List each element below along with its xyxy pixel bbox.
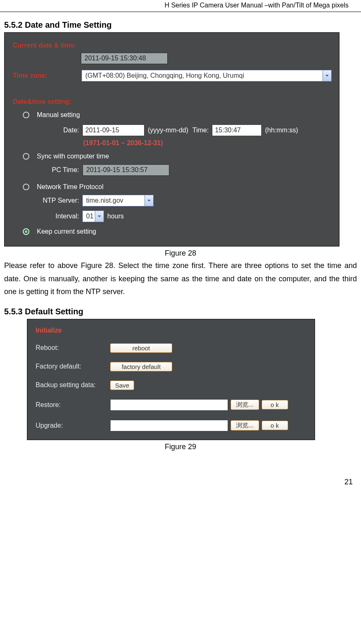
section-553-title: 5.5.3 Default Setting <box>4 307 357 316</box>
chevron-down-icon[interactable] <box>322 70 332 81</box>
manual-label: Manual setting <box>37 111 80 119</box>
date-format-hint: (yyyy-mm-dd) <box>148 127 188 134</box>
backup-label: Backup setting data: <box>36 381 106 389</box>
ntp-label: Network Time Protocol <box>37 183 103 191</box>
chevron-down-icon[interactable] <box>144 195 154 206</box>
upgrade-path-input[interactable] <box>110 420 228 431</box>
restore-ok-button[interactable]: o k <box>262 400 288 409</box>
paragraph-after-fig28: Please refer to above Figure 28. Select … <box>4 259 357 299</box>
current-datetime-value: 2011-09-15 15:30:48 <box>81 53 168 64</box>
timezone-label: Time zone: <box>13 72 78 79</box>
keep-radio[interactable] <box>23 228 29 235</box>
upgrade-label: Upgrade: <box>36 422 106 429</box>
time-format-hint: (hh:mm:ss) <box>265 127 298 134</box>
ntp-server-select[interactable]: time.nist.gov <box>82 195 154 206</box>
time-label: Time: <box>193 127 209 134</box>
interval-unit: hours <box>107 213 124 220</box>
interval-value: 01 <box>82 211 95 222</box>
ntp-server-value: time.nist.gov <box>82 195 144 206</box>
restore-label: Restore: <box>36 401 106 409</box>
date-range-hint: (1971-01-01 ~ 2036-12-31) <box>83 139 163 147</box>
initialize-label: Initialize <box>36 327 62 334</box>
section-552-title: 5.5.2 Date and Time Setting <box>4 20 357 30</box>
keep-label: Keep current setting <box>37 228 96 235</box>
current-datetime-label: Current date & time: <box>13 42 77 49</box>
timezone-value: (GMT+08:00) Beijing, Chongqing, Hong Kon… <box>82 70 322 81</box>
manual-radio[interactable] <box>23 112 29 118</box>
figure-29-panel: Initialize Reboot: reboot Factory defaul… <box>27 319 315 440</box>
upgrade-browse-button[interactable]: 浏览... <box>231 420 259 431</box>
pctime-value: 2011-09-15 15:30:57 <box>82 164 169 176</box>
save-button[interactable]: Save <box>110 381 134 390</box>
factory-default-button[interactable]: factory default <box>110 362 172 371</box>
sync-radio[interactable] <box>23 153 29 160</box>
manual-header: H Series IP Camera User Manual –with Pan… <box>0 0 361 12</box>
interval-label: Interval: <box>29 213 79 220</box>
restore-browse-button[interactable]: 浏览... <box>231 400 259 410</box>
reboot-button[interactable]: reboot <box>110 343 172 353</box>
timezone-select[interactable]: (GMT+08:00) Beijing, Chongqing, Hong Kon… <box>82 70 332 81</box>
restore-path-input[interactable] <box>110 399 228 411</box>
upgrade-ok-button[interactable]: o k <box>262 421 288 430</box>
datetime-setting-label: Date&time setting: <box>13 98 71 105</box>
page-number: 21 <box>0 453 361 491</box>
figure-29-caption: Figure 29 <box>4 443 357 451</box>
pctime-label: PC Time: <box>38 166 79 174</box>
figure-28-panel: Current date & time: 2011-09-15 15:30:48… <box>4 32 339 247</box>
interval-select[interactable]: 01 <box>82 211 104 222</box>
ntp-server-label: NTP Server: <box>29 197 79 204</box>
reboot-label: Reboot: <box>36 344 106 352</box>
chevron-down-icon[interactable] <box>95 211 104 222</box>
time-input[interactable] <box>212 124 262 136</box>
figure-28-caption: Figure 28 <box>4 249 357 258</box>
factory-default-label: Factory default: <box>36 363 106 370</box>
sync-label: Sync with computer time <box>37 153 109 160</box>
ntp-radio[interactable] <box>23 184 29 190</box>
date-input[interactable] <box>82 124 144 136</box>
date-label: Date: <box>38 127 79 134</box>
